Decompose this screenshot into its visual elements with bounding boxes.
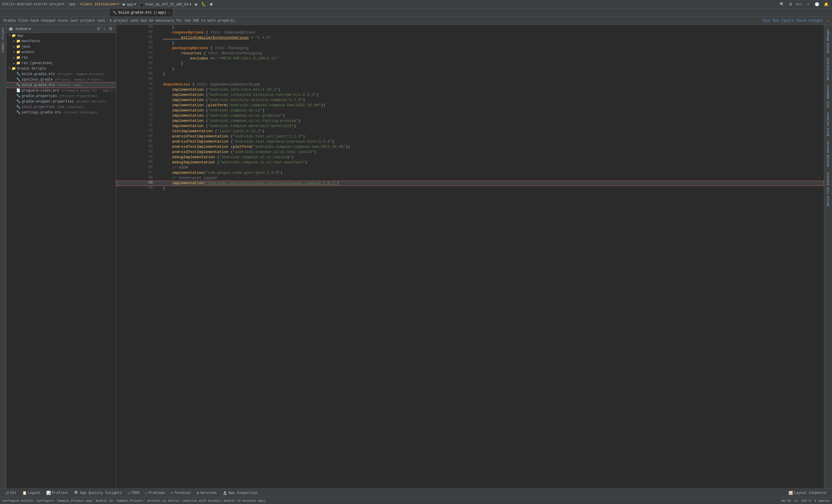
line-code-64[interactable]: resources { this: ResourcesPackaging xyxy=(161,51,824,56)
tree-item-proguard[interactable]: 📄 proguard-rules.pro (ProGuard Rules for… xyxy=(6,88,116,93)
settings-btn[interactable]: ⚙ xyxy=(788,1,794,7)
tree-collapse-btn[interactable]: ↕ xyxy=(103,26,107,31)
layout-inspector-btn[interactable]: 🪟 Layout Inspector xyxy=(786,490,830,496)
line-code-82[interactable]: androidTestImplementation (platform("and… xyxy=(161,144,824,149)
tree-settings-btn[interactable]: ⚙ xyxy=(108,26,113,31)
right-label-device-manager[interactable]: Device Manager xyxy=(826,27,830,55)
indent-setting[interactable]: 4 spaces xyxy=(814,499,830,503)
line-code-61[interactable]: kotlinCompilerExtensionVersion = "1.4.5" xyxy=(161,35,824,40)
run-btn[interactable]: ▶ xyxy=(194,1,199,7)
right-label-device-file-explorer[interactable]: Device File Explorer xyxy=(826,170,830,208)
tab-build-gradle[interactable]: 🔧 build.gradle.kts (:app) ✕ xyxy=(110,9,173,17)
run-config-selector[interactable]: ▶ app ▾ xyxy=(122,1,137,7)
right-label-notifications[interactable]: Notifications xyxy=(826,56,830,82)
profiler-btn[interactable]: 📊 Profiler xyxy=(44,490,71,496)
line-ending[interactable]: LF xyxy=(794,499,798,503)
todo-btn[interactable]: ☑ TODO xyxy=(125,490,141,496)
app-inspection-btn[interactable]: 🔬 App Inspection xyxy=(220,490,260,496)
line-code-83[interactable]: androidTestImplementation ("androidx.com… xyxy=(161,149,824,155)
line-code-79[interactable]: testImplementation ("junit:junit:4.13.2"… xyxy=(161,129,824,134)
line-code-89[interactable]: implementation("androidx.constraintlayou… xyxy=(161,181,824,186)
code-line-63: 63 packagingOptions { this: Packaging xyxy=(116,46,824,51)
tree-item-assets[interactable]: ▶ 📁 assets xyxy=(6,49,116,55)
tree-item-manifests[interactable]: ▶ 📁 manifests xyxy=(6,38,116,44)
debug-btn[interactable]: 🐛 xyxy=(200,1,207,7)
search-everywhere-btn[interactable]: 🔍 xyxy=(779,1,785,7)
app-quality-btn[interactable]: 🔍 App Quality Insights xyxy=(72,490,124,496)
line-code-81[interactable]: androidTestImplementation ("androidx.tes… xyxy=(161,139,824,144)
line-code-78[interactable]: implementation ("androidx.compose.materi… xyxy=(161,123,824,129)
line-code-69[interactable] xyxy=(161,77,824,82)
tree-item-res[interactable]: ▶ 📁 res xyxy=(6,55,116,60)
git-btn[interactable]: ⎇ Git xyxy=(2,490,19,496)
line-code-73[interactable]: implementation ("androidx.activity:activ… xyxy=(161,97,824,103)
line-code-87[interactable]: implementation("com.google.code.gson:gso… xyxy=(161,170,824,175)
line-code-59[interactable]: } xyxy=(161,25,824,30)
line-code-67[interactable]: } xyxy=(161,66,824,72)
device-selector-btn[interactable]: 📱 Pixel_3a_API_33_x86_64 ▾ xyxy=(138,1,193,7)
tree-item-gradle-scripts[interactable]: ▼ 📁 Gradle Scripts xyxy=(6,66,116,71)
logcat-btn[interactable]: 📋 Logcat xyxy=(20,490,43,496)
tree-item-build-gradle-app[interactable]: 🔧 build.gradle.kts (Module :app) xyxy=(6,82,116,88)
tree-item-gradle-props[interactable]: 🔧 gradle.properties (Project Properties) xyxy=(6,93,116,99)
code-container[interactable]: 59 }60 composeOptions { this: ComposeOpt… xyxy=(116,25,824,488)
tree-sync-btn[interactable]: ⟳ xyxy=(96,26,101,31)
line-code-63[interactable]: packagingOptions { this: Packaging xyxy=(161,46,824,51)
tree-item-res-generated[interactable]: ▶ 📁 res (generated) xyxy=(6,60,116,66)
tab-close-btn[interactable]: ✕ xyxy=(168,11,170,15)
folder-icon-res: 📁 xyxy=(16,55,21,60)
line-code-72[interactable]: implementation ("androidx.lifecycle:life… xyxy=(161,92,824,97)
sync-now-btn[interactable]: Sync Now xyxy=(762,19,779,23)
commit-label[interactable]: Commit xyxy=(1,41,5,54)
tree-item-java[interactable]: ▶ 📁 java xyxy=(6,44,116,49)
line-marker-65 xyxy=(156,56,161,61)
line-code-84[interactable]: debugImplementation ("androidx.compose.u… xyxy=(161,155,824,160)
git-history-btn[interactable]: 🕐 xyxy=(813,1,821,7)
line-code-80[interactable]: androidTestImplementation ("androidx.tes… xyxy=(161,134,824,139)
line-code-71[interactable]: implementation ("androidx.core:core-ktx:… xyxy=(161,87,824,92)
terminal-btn[interactable]: ⌨ Terminal xyxy=(169,490,193,496)
gradle-icon-gprops: 🔧 xyxy=(16,94,21,98)
line-code-85[interactable]: debugImplementation ("androidx.compose.u… xyxy=(161,160,824,165)
ignore-changes-btn[interactable]: Ignore these changes xyxy=(781,19,823,23)
line-code-65[interactable]: excludes += "/META-INF/{AL2.0,LGPL2.1}" xyxy=(161,56,824,61)
tree-item-local-props[interactable]: 🔧 local.properties (SDK Location) xyxy=(6,104,116,110)
breadcrumb-project[interactable]: kotlin-android-starter-project xyxy=(2,2,65,6)
gradle-icon-gwrap: 🔧 xyxy=(16,99,21,104)
line-code-88[interactable]: // Constraint Layout xyxy=(161,175,824,181)
tree-item-app[interactable]: ▼ 📁 app xyxy=(6,33,116,38)
breadcrumb-context[interactable]: <class initializer> xyxy=(80,2,119,6)
project-panel-label[interactable]: Project xyxy=(1,26,5,40)
services-btn[interactable]: ⚙ Services xyxy=(194,490,219,496)
line-number-60: 60 xyxy=(116,30,156,35)
line-code-70[interactable]: dependencies { this: DependencyHandlerSc… xyxy=(161,82,824,87)
line-code-76[interactable]: implementation ("androidx.compose.ui:ui-… xyxy=(161,113,824,118)
line-code-77[interactable]: implementation ("androidx.compose.ui:ui-… xyxy=(161,118,824,123)
tree-item-gradle-wrapper[interactable]: 🔧 gradle-wrapper.properties (Gradle Vers… xyxy=(6,99,116,104)
line-code-90[interactable]: } xyxy=(161,186,824,191)
line-number-71: 71 xyxy=(116,87,156,92)
line-code-66[interactable]: } xyxy=(161,61,824,66)
line-code-60[interactable]: composeOptions { this: ComposeOptions xyxy=(161,30,824,35)
right-label-pull-requests[interactable]: Pull Requests xyxy=(826,83,830,109)
breadcrumb-module[interactable]: app xyxy=(69,2,75,6)
proguard-icon: 📄 xyxy=(16,88,21,93)
right-label-build-variants[interactable]: Build Variants xyxy=(826,110,830,138)
tree-item-settings-gradle[interactable]: 🔧 settings.gradle.kts (Project Settings) xyxy=(6,110,116,115)
notifications-btn[interactable]: 🔔 xyxy=(823,1,830,7)
code-line-71: 71 implementation ("androidx.core:core-k… xyxy=(116,87,824,92)
tree-item-build-gradle-project[interactable]: 🔧 build.gradle.kts (Project: Sample_Proj… xyxy=(6,71,116,77)
git-checkmark-btn[interactable]: ✓ xyxy=(806,1,811,7)
tree-view-selector[interactable]: Android Project xyxy=(14,27,32,31)
tree-item-spotless[interactable]: 🔧 spotless.gradle (Project: Sample_Proje… xyxy=(6,77,116,82)
right-label-running-devices[interactable]: Running Devices xyxy=(826,139,830,169)
charset[interactable]: UTF-8 xyxy=(801,499,811,503)
line-code-75[interactable]: implementation ("androidx.compose.ui:ui"… xyxy=(161,108,824,113)
line-code-62[interactable]: } xyxy=(161,40,824,46)
line-code-68[interactable]: } xyxy=(161,72,824,77)
cursor-position[interactable]: 89:79 xyxy=(781,499,791,503)
line-code-86[interactable]: // GSON xyxy=(161,165,824,170)
line-code-74[interactable]: implementation (platform("androidx.compo… xyxy=(161,103,824,108)
stop-btn[interactable]: ⏹ xyxy=(208,1,214,7)
problems-btn[interactable]: ⚠ Problems xyxy=(143,490,167,496)
